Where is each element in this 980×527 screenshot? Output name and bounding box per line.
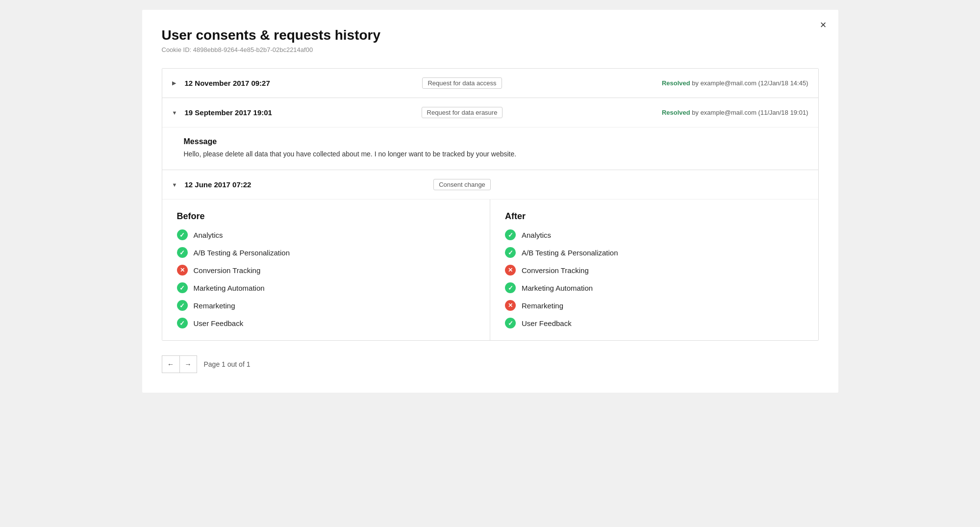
consent-item: A/B Testing & Personalization bbox=[505, 247, 804, 258]
consent-item: Analytics bbox=[505, 229, 804, 240]
consent-label: Marketing Automation bbox=[194, 284, 265, 292]
status-resolved: Resolved bbox=[662, 79, 690, 87]
cross-icon bbox=[505, 265, 516, 276]
consent-label: User Feedback bbox=[522, 319, 572, 327]
record-date: 19 September 2017 19:01 bbox=[185, 108, 312, 117]
after-title: After bbox=[505, 211, 804, 222]
record-row: ▼ 12 June 2017 07:22 Consent change Befo… bbox=[162, 170, 818, 340]
chevron-right-icon[interactable]: ▶ bbox=[172, 80, 178, 86]
consent-item: A/B Testing & Personalization bbox=[177, 247, 476, 258]
consent-item: Analytics bbox=[177, 229, 476, 240]
record-row: ▶ 12 November 2017 09:27 Request for dat… bbox=[162, 69, 818, 98]
check-icon bbox=[505, 318, 516, 328]
record-status: Resolved by example@mail.com (12/Jan/18 … bbox=[612, 79, 808, 87]
record-header: ▶ 12 November 2017 09:27 Request for dat… bbox=[162, 69, 818, 98]
badge-label: Request for data access bbox=[422, 77, 502, 89]
cross-icon bbox=[177, 265, 188, 276]
check-icon bbox=[505, 282, 516, 293]
before-title: Before bbox=[177, 211, 476, 222]
consent-item: Remarketing bbox=[177, 300, 476, 311]
consent-label: User Feedback bbox=[194, 319, 244, 327]
status-resolved: Resolved bbox=[662, 109, 690, 116]
consent-label: Conversion Tracking bbox=[522, 266, 589, 275]
consent-label: A/B Testing & Personalization bbox=[522, 249, 618, 257]
consent-label: Remarketing bbox=[522, 301, 563, 310]
status-detail: by example@mail.com (12/Jan/18 14:45) bbox=[690, 79, 808, 87]
page-info: Page 1 out of 1 bbox=[204, 360, 251, 368]
check-icon bbox=[177, 247, 188, 258]
modal-subtitle: Cookie ID: 4898ebb8-9264-4e85-b2b7-02bc2… bbox=[162, 46, 819, 53]
cross-icon bbox=[505, 300, 516, 311]
modal: × User consents & requests history Cooki… bbox=[142, 10, 838, 393]
consent-item: Conversion Tracking bbox=[177, 265, 476, 276]
record-date: 12 June 2017 07:22 bbox=[185, 180, 312, 189]
chevron-down-icon[interactable]: ▼ bbox=[172, 182, 178, 188]
record-header: ▼ 12 June 2017 07:22 Consent change bbox=[162, 170, 818, 199]
close-button[interactable]: × bbox=[820, 20, 827, 30]
message-label: Message bbox=[184, 137, 806, 146]
consent-col-before: Before Analytics A/B Testing & Personali… bbox=[162, 200, 491, 340]
chevron-down-icon[interactable]: ▼ bbox=[172, 110, 178, 116]
consent-label: Conversion Tracking bbox=[194, 266, 261, 275]
record-date: 12 November 2017 09:27 bbox=[185, 79, 312, 87]
consent-columns: Before Analytics A/B Testing & Personali… bbox=[162, 200, 818, 340]
consent-item: Remarketing bbox=[505, 300, 804, 311]
pagination: ← → Page 1 out of 1 bbox=[162, 355, 819, 373]
consent-item: Conversion Tracking bbox=[505, 265, 804, 276]
modal-title: User consents & requests history bbox=[162, 27, 819, 43]
consent-item: User Feedback bbox=[177, 318, 476, 328]
consent-change-expanded: Before Analytics A/B Testing & Personali… bbox=[162, 199, 818, 340]
record-badge: Request for data erasure bbox=[312, 107, 612, 118]
check-icon bbox=[177, 318, 188, 328]
prev-page-button[interactable]: ← bbox=[162, 355, 179, 373]
message-text: Hello, please delete all data that you h… bbox=[184, 150, 806, 158]
consent-label: A/B Testing & Personalization bbox=[194, 249, 290, 257]
check-icon bbox=[505, 229, 516, 240]
record-expanded-message: Message Hello, please delete all data th… bbox=[162, 127, 818, 170]
badge-label: Consent change bbox=[433, 179, 491, 190]
consent-item: Marketing Automation bbox=[505, 282, 804, 293]
consent-label: Marketing Automation bbox=[522, 284, 593, 292]
record-row: ▼ 19 September 2017 19:01 Request for da… bbox=[162, 98, 818, 170]
check-icon bbox=[177, 229, 188, 240]
check-icon bbox=[177, 282, 188, 293]
consent-item: Marketing Automation bbox=[177, 282, 476, 293]
consent-item: User Feedback bbox=[505, 318, 804, 328]
consent-label: Analytics bbox=[522, 231, 551, 239]
check-icon bbox=[177, 300, 188, 311]
consent-label: Analytics bbox=[194, 231, 223, 239]
badge-label: Request for data erasure bbox=[422, 107, 503, 118]
records-container: ▶ 12 November 2017 09:27 Request for dat… bbox=[162, 68, 819, 341]
record-badge: Consent change bbox=[312, 179, 612, 190]
record-badge: Request for data access bbox=[312, 77, 612, 89]
status-detail: by example@mail.com (11/Jan/18 19:01) bbox=[690, 109, 808, 116]
consent-col-after: After Analytics A/B Testing & Personaliz… bbox=[490, 200, 818, 340]
consent-label: Remarketing bbox=[194, 301, 235, 310]
record-header: ▼ 19 September 2017 19:01 Request for da… bbox=[162, 98, 818, 127]
check-icon bbox=[505, 247, 516, 258]
record-status: Resolved by example@mail.com (11/Jan/18 … bbox=[612, 109, 808, 116]
next-page-button[interactable]: → bbox=[179, 355, 197, 373]
